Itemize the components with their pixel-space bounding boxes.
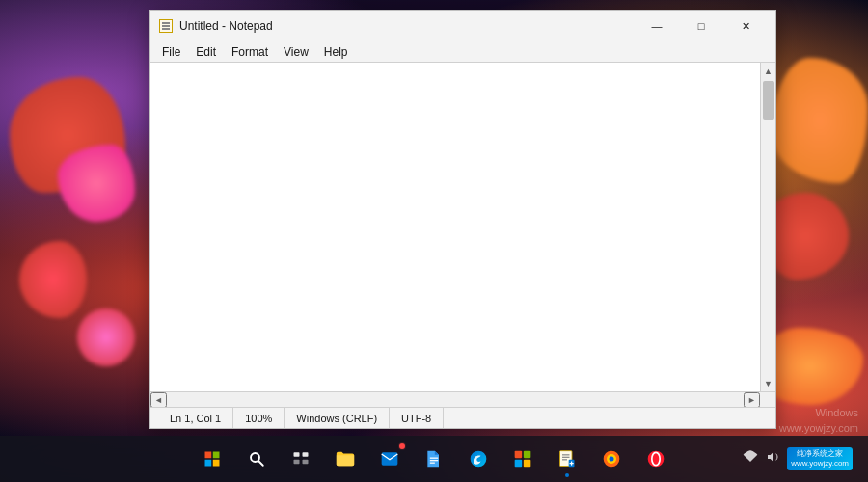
svg-rect-8 bbox=[294, 460, 300, 465]
scroll-track-horizontal[interactable] bbox=[167, 392, 744, 407]
taskbar-start-button[interactable] bbox=[191, 438, 233, 480]
vertical-scrollbar: ▲ ▼ bbox=[760, 63, 775, 391]
scroll-left-button[interactable]: ◄ bbox=[150, 392, 167, 408]
svg-rect-9 bbox=[303, 460, 309, 465]
corner-logo: 纯净系统之家 www.yowjzy.com bbox=[787, 447, 853, 471]
menu-view[interactable]: View bbox=[276, 43, 316, 61]
windows-watermark: Windows www.yowjzy.com bbox=[779, 406, 858, 436]
svg-point-28 bbox=[610, 457, 614, 462]
taskbar-icons bbox=[191, 438, 677, 480]
svg-rect-16 bbox=[524, 451, 531, 459]
scroll-down-button[interactable]: ▼ bbox=[761, 375, 776, 391]
svg-rect-10 bbox=[382, 452, 398, 465]
taskbar-edge-button[interactable] bbox=[457, 438, 500, 480]
svg-rect-2 bbox=[205, 460, 212, 467]
scroll-right-button[interactable]: ► bbox=[744, 392, 760, 408]
mail-badge bbox=[398, 442, 406, 450]
taskbar: 纯净系统之家 www.yowjzy.com bbox=[0, 436, 868, 482]
taskbar-store-button[interactable] bbox=[502, 438, 544, 480]
scroll-track-vertical[interactable] bbox=[761, 79, 775, 375]
svg-rect-6 bbox=[294, 452, 300, 457]
cursor-position: Ln 1, Col 1 bbox=[158, 408, 233, 428]
decorative-blob-6 bbox=[77, 308, 135, 366]
menu-format[interactable]: Format bbox=[224, 43, 276, 61]
status-bar: Ln 1, Col 1 100% Windows (CRLF) UTF-8 bbox=[150, 407, 775, 428]
menu-edit[interactable]: Edit bbox=[188, 43, 224, 61]
editor-area: ▲ ▼ bbox=[150, 63, 775, 391]
svg-rect-7 bbox=[303, 452, 309, 457]
title-bar: Untitled - Notepad — □ ✕ bbox=[150, 11, 775, 41]
svg-rect-18 bbox=[524, 460, 531, 468]
svg-rect-17 bbox=[515, 460, 523, 468]
system-tray: 纯净系统之家 www.yowjzy.com bbox=[735, 436, 860, 482]
close-button[interactable]: ✕ bbox=[723, 11, 768, 41]
taskbar-explorer-button[interactable] bbox=[324, 438, 366, 480]
decorative-blob-3 bbox=[772, 58, 868, 183]
taskbar-notepad-button[interactable] bbox=[546, 438, 588, 480]
network-icon[interactable] bbox=[743, 449, 758, 469]
window-title: Untitled - Notepad bbox=[179, 19, 635, 33]
taskbar-files-button[interactable] bbox=[413, 438, 455, 480]
scroll-thumb-vertical[interactable] bbox=[763, 81, 774, 120]
notepad-window: Untitled - Notepad — □ ✕ File Edit Forma… bbox=[149, 10, 776, 429]
menu-help[interactable]: Help bbox=[316, 43, 356, 61]
svg-rect-3 bbox=[213, 460, 220, 467]
encoding: UTF-8 bbox=[390, 408, 444, 428]
line-ending: Windows (CRLF) bbox=[285, 408, 390, 428]
menu-file[interactable]: File bbox=[154, 43, 188, 61]
tray-icons bbox=[743, 449, 781, 469]
zoom-level: 100% bbox=[233, 408, 285, 428]
taskbar-opera-button[interactable] bbox=[635, 438, 677, 480]
minimize-button[interactable]: — bbox=[635, 11, 679, 41]
svg-rect-0 bbox=[205, 452, 212, 459]
text-editor[interactable] bbox=[150, 63, 760, 391]
notepad-app-icon bbox=[158, 18, 174, 34]
taskbar-taskview-button[interactable] bbox=[280, 438, 322, 480]
decorative-blob-5 bbox=[19, 241, 87, 318]
taskbar-mail-button[interactable] bbox=[368, 438, 411, 480]
taskbar-firefox-button[interactable] bbox=[590, 438, 633, 480]
maximize-button[interactable]: □ bbox=[679, 11, 723, 41]
scroll-up-button[interactable]: ▲ bbox=[761, 63, 776, 79]
svg-rect-1 bbox=[213, 452, 220, 459]
svg-rect-15 bbox=[515, 451, 523, 459]
decorative-blob-2 bbox=[58, 145, 135, 222]
volume-icon[interactable] bbox=[766, 449, 781, 469]
taskbar-search-button[interactable] bbox=[235, 438, 278, 480]
corner-logo-line2: www.yowjzy.com bbox=[791, 459, 849, 469]
svg-point-14 bbox=[471, 451, 487, 468]
scroll-corner bbox=[760, 392, 775, 408]
corner-logo-line1: 纯净系统之家 bbox=[791, 449, 849, 459]
horizontal-scrollbar-row: ◄ ► bbox=[150, 391, 775, 407]
menu-bar: File Edit Format View Help bbox=[150, 41, 775, 63]
svg-line-5 bbox=[258, 461, 263, 466]
window-controls: — □ ✕ bbox=[635, 11, 768, 41]
